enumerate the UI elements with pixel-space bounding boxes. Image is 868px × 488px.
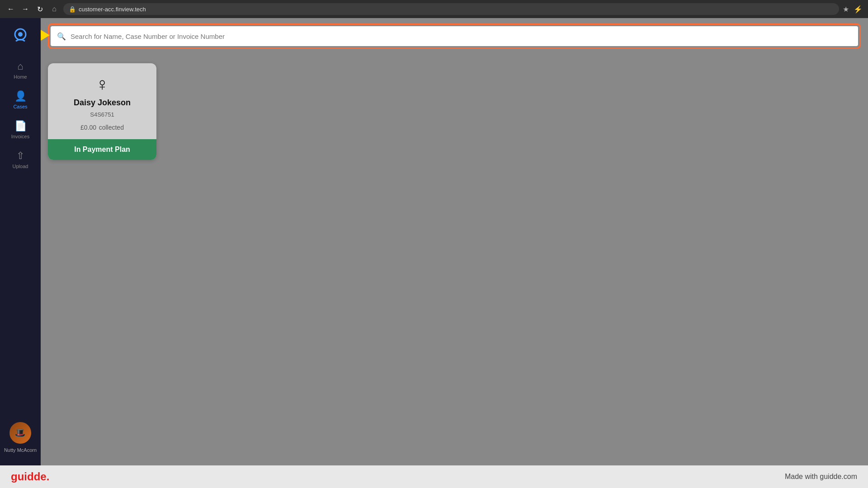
search-input[interactable] (71, 33, 852, 40)
back-button[interactable]: ← (5, 5, 16, 13)
sidebar-item-home[interactable]: ⌂ Home (0, 55, 41, 85)
search-icon: 🔍 (57, 32, 66, 41)
gender-icon: ♀ (95, 74, 109, 94)
star-icon[interactable]: ★ (843, 5, 849, 14)
sidebar-user[interactable]: 🎩 Nutty McAcorn (4, 417, 37, 458)
sidebar-item-invoices[interactable]: 📄 Invoices (0, 115, 41, 145)
home-button[interactable]: ⌂ (49, 5, 60, 13)
forward-button[interactable]: → (20, 5, 31, 13)
browser-actions: ★ ⚡ (843, 5, 863, 14)
sidebar-invoices-label: Invoices (11, 134, 29, 139)
user-name: Nutty McAcorn (4, 447, 37, 453)
browser-chrome: ← → ↻ ⌂ 🔒 customer-acc.finview.tech ★ ⚡ (0, 0, 868, 18)
invoices-icon: 📄 (14, 120, 27, 132)
address-bar[interactable]: 🔒 customer-acc.finview.tech (63, 3, 839, 15)
url-text: customer-acc.finview.tech (79, 6, 146, 13)
sidebar-logo (9, 25, 32, 48)
avatar-image: 🎩 (9, 422, 31, 444)
case-card[interactable]: ♀ Daisy Jokeson S4S6751 £0.00 collected … (48, 63, 156, 160)
sidebar-item-cases[interactable]: 👤 Cases (0, 85, 41, 115)
lock-icon: 🔒 (69, 6, 76, 13)
payment-plan-button[interactable]: In Payment Plan (48, 139, 156, 160)
home-icon: ⌂ (17, 61, 23, 72)
card-amount: £0.00 collected (80, 122, 124, 132)
footer-logo: guidde. (11, 470, 49, 483)
upload-icon: ⇧ (16, 150, 24, 162)
arrow-annotation (41, 22, 52, 51)
footer: guidde. Made with guidde.com (0, 465, 868, 488)
sidebar-upload-label: Upload (13, 164, 28, 169)
extensions-icon[interactable]: ⚡ (854, 5, 863, 14)
sidebar-home-label: Home (14, 74, 27, 80)
app-container: ⌂ Home 👤 Cases 📄 Invoices ⇧ Upload 🎩 Nut… (0, 18, 868, 465)
sidebar: ⌂ Home 👤 Cases 📄 Invoices ⇧ Upload 🎩 Nut… (0, 18, 41, 465)
sidebar-cases-label: Cases (13, 104, 27, 109)
cards-area: ♀ Daisy Jokeson S4S6751 £0.00 collected … (41, 54, 868, 465)
sidebar-item-upload[interactable]: ⇧ Upload (0, 145, 41, 174)
card-case-number: S4S6751 (90, 111, 114, 118)
search-highlight: 🔍 (48, 23, 861, 49)
main-content: 🔍 ♀ Daisy Jokeson S4S6751 £0.00 collecte… (41, 18, 868, 465)
avatar: 🎩 (9, 422, 31, 444)
cases-icon: 👤 (14, 90, 27, 102)
search-bar: 🔍 (51, 26, 858, 46)
footer-tagline: Made with guidde.com (785, 473, 857, 481)
svg-marker-2 (41, 28, 50, 42)
svg-point-1 (18, 32, 23, 37)
search-area: 🔍 (41, 18, 868, 54)
card-name: Daisy Jokeson (74, 98, 131, 108)
card-top: ♀ Daisy Jokeson S4S6751 £0.00 collected (48, 63, 156, 139)
refresh-button[interactable]: ↻ (34, 5, 45, 14)
